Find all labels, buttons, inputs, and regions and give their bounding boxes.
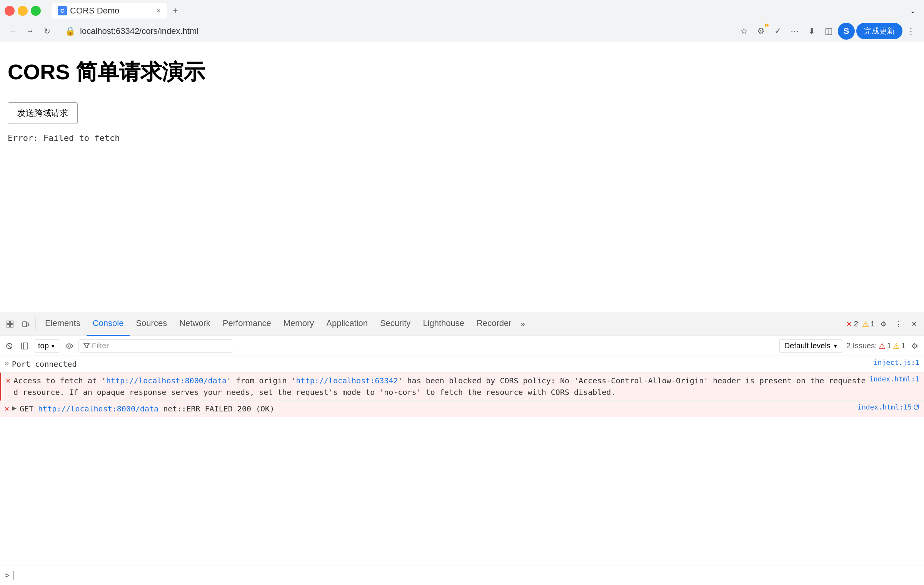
svg-rect-3 [10,324,13,327]
console-cursor [13,571,13,580]
browser-tab[interactable]: C CORS Demo × [52,3,167,18]
console-message-cors-error: ✕ Access to fetch at 'http://localhost:8… [0,373,924,401]
tab-performance[interactable]: Performance [217,312,277,336]
favorite-btn[interactable]: ☆ [736,23,752,39]
close-window-btn[interactable] [5,6,15,16]
extension-btn-2[interactable]: ✓ [770,23,786,39]
tab-lighthouse[interactable]: Lighthouse [417,312,470,336]
issues-count: 2 Issues: ⚠ 1 ⚠ 1 [846,341,906,351]
console-filter-input[interactable]: Filter [78,339,232,353]
svg-rect-5 [27,323,28,326]
back-btn[interactable]: ← [6,24,20,38]
inspect-element-btn[interactable] [3,317,17,331]
sidebar-btn[interactable]: ◫ [821,23,836,39]
tab-elements[interactable]: Elements [39,312,87,336]
reload-btn[interactable]: ↻ [40,24,54,38]
svg-rect-4 [23,322,27,327]
tab-memory[interactable]: Memory [277,312,320,336]
error-badge: ✕ 2 ⚠ 1 [846,319,875,329]
error-icon: ✕ [6,376,10,385]
more-tabs-btn[interactable]: » [518,312,528,336]
devtools-kebab-btn[interactable]: ⋮ [892,317,906,331]
port-message-text: Port connected [12,358,871,370]
console-right-controls: Default levels ▼ 2 Issues: ⚠ 1 ⚠ 1 ⚙ [779,339,921,353]
console-message-get-error: ✕ ▶ GET http://localhost:8000/data net::… [0,401,924,417]
show-sidebar-btn[interactable] [18,340,31,352]
get-error-text: GET http://localhost:8000/data net::ERR_… [20,403,854,415]
browser-chrome: C CORS Demo × + ⌄ ← → ↻ 🔒 localhost:6334… [0,0,924,42]
svg-rect-8 [22,343,28,349]
tab-dropdown-btn[interactable]: ⌄ [906,4,919,18]
svg-rect-1 [7,324,10,327]
notification-dot: 1 [764,23,769,28]
console-prompt: > [5,570,10,580]
devtools-settings-btn[interactable]: ⚙ [876,317,890,331]
get-error-source[interactable]: index.html:15 [857,403,919,411]
tab-bar: C CORS Demo × + ⌄ [52,3,919,18]
tab-close-btn[interactable]: × [156,7,161,15]
svg-rect-0 [7,321,10,324]
update-btn[interactable]: 完成更新 [856,23,902,39]
cors-error-source[interactable]: index.html:1 [869,375,919,383]
svg-rect-2 [10,321,13,324]
address-bar[interactable]: 🔒 localhost:63342/cors/index.html [57,23,730,40]
port-icon: ⊗ [5,359,9,367]
tab-network[interactable]: Network [173,312,217,336]
tab-application[interactable]: Application [320,312,374,336]
console-input-area[interactable]: > [0,565,924,585]
port-message-source[interactable]: inject.js:1 [874,358,919,366]
minimize-window-btn[interactable] [18,6,28,16]
devtools: Elements Console Sources Network Perform… [0,312,924,585]
device-toolbar-btn[interactable] [18,317,32,331]
forward-btn[interactable]: → [23,24,37,38]
nav-bar: ← → ↻ 🔒 localhost:63342/cors/index.html … [0,20,924,42]
devtools-tab-bar: Elements Console Sources Network Perform… [0,312,924,336]
devtools-close-btn[interactable]: ✕ [907,317,921,331]
console-toolbar: top ▼ Filter Default levels ▼ 2 Issues: … [0,336,924,356]
log-levels-dropdown[interactable]: Default levels ▼ [779,339,843,353]
maximize-window-btn[interactable] [31,6,41,16]
clear-console-btn[interactable] [3,340,15,352]
get-error-link[interactable]: http://localhost:8000/data [38,404,158,413]
title-bar: C CORS Demo × + ⌄ [0,0,924,20]
tab-favicon: C [58,6,67,15]
page-content: CORS 简单请求演示 发送跨域请求 Error: Failed to fetc… [0,42,924,312]
lock-icon: 🔒 [65,26,75,36]
traffic-lights [5,6,41,16]
svg-point-10 [68,345,70,347]
cors-error-text: Access to fetch at 'http://localhost:800… [13,375,866,398]
expand-get-error-btn[interactable]: ▶ [12,404,17,412]
cors-link-2[interactable]: http://localhost:63342 [296,376,398,385]
page-title: CORS 简单请求演示 [8,58,916,87]
extension-btn-1[interactable]: ⚙ 1 [753,23,769,39]
new-tab-btn[interactable]: + [168,4,182,18]
profile-btn[interactable]: S [838,23,855,40]
console-message-port: ⊗ Port connected inject.js:1 [0,356,924,373]
cors-link-1[interactable]: http://localhost:8000/data [106,376,227,385]
browser-menu-btn[interactable]: ⋮ [904,24,918,38]
devtools-right-icons: ✕ 2 ⚠ 1 ⚙ ⋮ ✕ [846,317,921,331]
download-btn[interactable]: ⬇ [804,23,819,39]
tab-title: CORS Demo [70,6,119,16]
tab-console[interactable]: Console [87,312,130,336]
console-settings-btn[interactable]: ⚙ [909,340,921,352]
context-selector[interactable]: top ▼ [34,339,60,353]
devtools-left-icons [3,317,36,331]
extension-btn-3[interactable]: ⋯ [787,23,802,39]
console-messages: ⊗ Port connected inject.js:1 ✕ Access to… [0,356,924,565]
error-icon-2: ✕ [5,404,9,413]
live-expressions-btn[interactable] [63,340,75,352]
error-text: Error: Failed to fetch [8,133,916,143]
svg-line-7 [7,344,12,348]
tab-recorder[interactable]: Recorder [470,312,517,336]
tab-security[interactable]: Security [374,312,417,336]
send-request-btn[interactable]: 发送跨域请求 [8,102,78,124]
url-text: localhost:63342/cors/index.html [80,26,722,36]
reload-icon [913,404,919,410]
nav-icons: ☆ ⚙ 1 ✓ ⋯ ⬇ ◫ S 完成更新 ⋮ [736,23,918,40]
tab-sources[interactable]: Sources [130,312,173,336]
